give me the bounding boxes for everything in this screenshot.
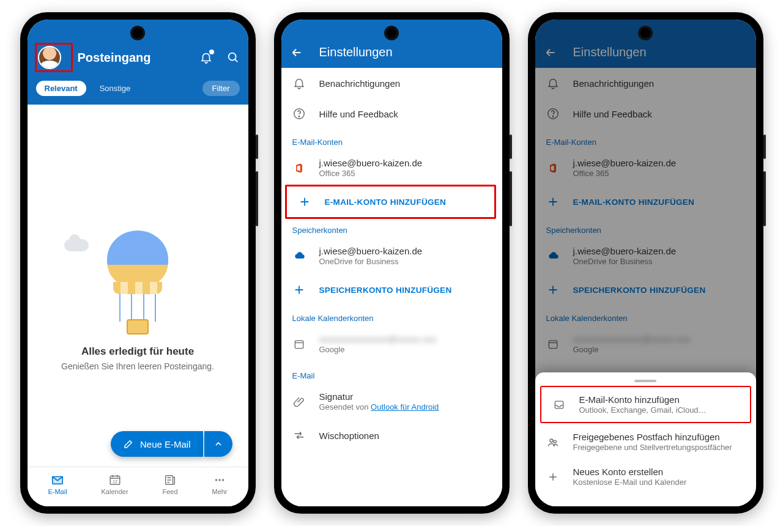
tab-other[interactable]: Sonstige bbox=[91, 81, 139, 96]
attachment-icon bbox=[292, 395, 306, 408]
nav-feed[interactable]: Feed bbox=[162, 473, 177, 495]
bell-icon[interactable] bbox=[199, 51, 213, 64]
balloon-illustration bbox=[101, 231, 174, 334]
filter-button[interactable]: Filter bbox=[202, 81, 240, 96]
svg-point-5 bbox=[215, 479, 217, 481]
back-button[interactable] bbox=[290, 46, 303, 59]
cloud-decoration bbox=[64, 239, 89, 251]
row-help[interactable]: Hilfe und Feedback bbox=[281, 98, 502, 129]
more-icon bbox=[213, 473, 226, 487]
inbox-icon bbox=[552, 398, 566, 412]
plus-icon bbox=[546, 470, 560, 484]
highlight-sheet-add-email: E-Mail-Konto hinzufügen Outlook, Exchang… bbox=[540, 386, 751, 423]
section-email-accounts: E-Mail-Konten bbox=[281, 129, 502, 149]
nav-more[interactable]: Mehr bbox=[212, 473, 227, 495]
section-email: E-Mail bbox=[281, 363, 502, 383]
sheet-handle[interactable] bbox=[634, 380, 656, 382]
plus-icon bbox=[298, 195, 311, 209]
svg-rect-14 bbox=[555, 401, 563, 408]
row-notifications[interactable]: Benachrichtigungen bbox=[281, 68, 502, 98]
section-storage-accounts: Speicherkonten bbox=[281, 217, 502, 237]
nav-email[interactable]: E-Mail bbox=[48, 473, 67, 495]
section-local-calendar: Lokale Kalenderkonten bbox=[281, 305, 502, 325]
row-add-storage-account[interactable]: SPEICHERKONTO HINZUFÜGEN bbox=[281, 275, 502, 305]
svg-point-6 bbox=[218, 479, 220, 481]
help-icon bbox=[292, 107, 306, 120]
mail-icon bbox=[51, 473, 64, 487]
empty-title: Alles erledigt für heute bbox=[81, 345, 194, 358]
avatar-button[interactable] bbox=[38, 46, 61, 69]
svg-point-16 bbox=[554, 440, 556, 443]
row-account-o365[interactable]: j.wiese@buero-kaizen.de Office 365 bbox=[281, 149, 502, 187]
highlight-avatar bbox=[35, 43, 73, 72]
row-account-google[interactable]: xxxxxxxxxxxxxxx@xxxxx.xxx Google bbox=[281, 325, 502, 363]
nav-calendar[interactable]: 12 Kalender bbox=[102, 473, 128, 495]
arrow-left-icon bbox=[290, 46, 303, 59]
svg-text:12: 12 bbox=[112, 479, 117, 484]
people-icon bbox=[546, 435, 560, 449]
tab-relevant[interactable]: Relevant bbox=[36, 81, 86, 96]
office-icon bbox=[292, 161, 306, 175]
empty-inbox: Alles erledigt für heute Genießen Sie Ih… bbox=[28, 105, 248, 467]
row-account-onedrive[interactable]: j.wiese@buero-kaizen.de OneDrive for Bus… bbox=[281, 237, 502, 275]
search-icon[interactable] bbox=[226, 51, 240, 64]
inbox-title: Posteingang bbox=[78, 51, 199, 65]
sheet-add-shared-mailbox[interactable]: Freigegebenes Postfach hinzufügen Freige… bbox=[535, 424, 756, 459]
phone-mockup-2: Einstellungen Benachrichtigungen Hilfe u… bbox=[274, 12, 510, 514]
calendar-outline-icon bbox=[292, 338, 306, 351]
outlook-android-link[interactable]: Outlook für Android bbox=[371, 402, 439, 412]
compose-dropdown[interactable] bbox=[204, 431, 232, 457]
compose-icon bbox=[123, 438, 134, 449]
feed-icon bbox=[163, 473, 177, 487]
settings-title: Einstellungen bbox=[319, 45, 393, 59]
row-signature[interactable]: Signatur Gesendet von Outlook für Androi… bbox=[281, 383, 502, 420]
svg-point-7 bbox=[222, 479, 224, 481]
plus-icon bbox=[292, 283, 306, 297]
blurred-email: xxxxxxxxxxxxxxx@xxxxx.xxx bbox=[319, 334, 437, 344]
sheet-add-email-account[interactable]: E-Mail-Konto hinzufügen Outlook, Exchang… bbox=[541, 387, 750, 422]
highlight-add-email: E-MAIL-KONTO HINZUFÜGEN bbox=[285, 185, 496, 219]
sheet-create-new-account[interactable]: Neues Konto erstellen Kostenlose E-Mail … bbox=[535, 459, 756, 494]
onedrive-icon bbox=[292, 249, 306, 263]
bottom-nav: E-Mail 12 Kalender Feed Mehr bbox=[28, 467, 248, 506]
phone-mockup-1: Posteingang Relevant Sonstige Filter bbox=[20, 12, 256, 514]
calendar-icon: 12 bbox=[108, 473, 122, 487]
row-add-email-account[interactable]: E-MAIL-KONTO HINZUFÜGEN bbox=[287, 187, 494, 217]
chevron-up-icon bbox=[213, 439, 223, 449]
signature-value: Gesendet von Outlook für Android bbox=[319, 402, 439, 412]
swipe-icon bbox=[292, 429, 306, 442]
phone-mockup-3: Einstellungen Benachrichtigungen Hilfe u… bbox=[528, 12, 763, 514]
svg-rect-10 bbox=[295, 341, 303, 349]
empty-subtitle: Genießen Sie Ihren leeren Posteingang. bbox=[61, 361, 214, 371]
bell-outline-icon bbox=[292, 76, 306, 90]
row-swipe-options[interactable]: Wischoptionen bbox=[281, 420, 502, 451]
bottom-sheet: E-Mail-Konto hinzufügen Outlook, Exchang… bbox=[535, 372, 756, 506]
compose-button[interactable]: Neue E-Mail bbox=[111, 431, 203, 457]
svg-point-0 bbox=[228, 53, 236, 61]
svg-point-9 bbox=[299, 116, 299, 117]
svg-point-15 bbox=[550, 439, 553, 442]
